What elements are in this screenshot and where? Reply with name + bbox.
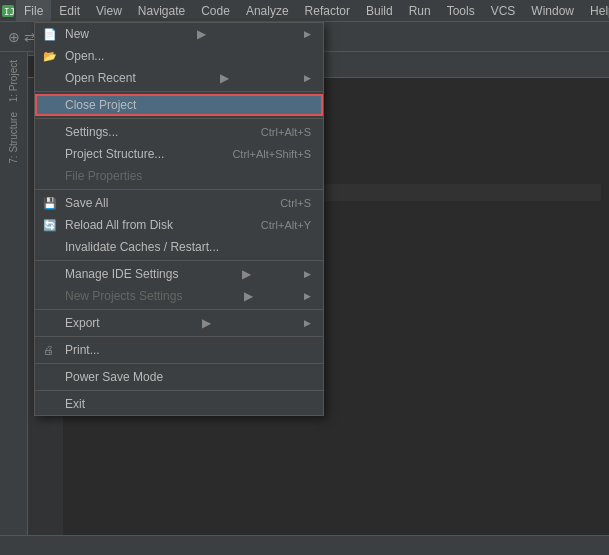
menu-item-file-properties-label: File Properties (65, 169, 142, 183)
menu-item-reload-label: Reload All from Disk (65, 218, 173, 232)
menu-view[interactable]: View (88, 0, 130, 21)
new-projects-arrow-icon: ▶ (244, 289, 253, 303)
menu-vcs[interactable]: VCS (483, 0, 524, 21)
toolbar-icon-1[interactable]: ⊕ (8, 29, 20, 45)
left-sidebar: 1: Project 7: Structure (0, 52, 28, 555)
file-dropdown-menu: 📄 New ▶ 📂 Open... Open Recent ▶ Close Pr… (34, 22, 324, 416)
menu-build[interactable]: Build (358, 0, 401, 21)
menu-item-power-save[interactable]: Power Save Mode (35, 366, 323, 388)
menu-item-project-structure-label: Project Structure... (65, 147, 164, 161)
reload-icon: 🔄 (43, 219, 57, 232)
separator-5 (35, 309, 323, 310)
menu-item-manage-ide-label: Manage IDE Settings (65, 267, 178, 281)
new-arrow-icon: ▶ (197, 27, 206, 41)
menu-item-print[interactable]: 🖨 Print... (35, 339, 323, 361)
open-icon: 📂 (43, 50, 57, 63)
menu-item-export[interactable]: Export ▶ (35, 312, 323, 334)
menu-run[interactable]: Run (401, 0, 439, 21)
menu-item-exit[interactable]: Exit (35, 393, 323, 415)
menu-tools[interactable]: Tools (439, 0, 483, 21)
menu-item-new-label: New (65, 27, 89, 41)
menu-item-power-save-label: Power Save Mode (65, 370, 163, 384)
menu-item-file-properties: File Properties (35, 165, 323, 187)
manage-ide-arrow-icon: ▶ (242, 267, 251, 281)
menu-item-close-project[interactable]: Close Project (35, 94, 323, 116)
menu-code[interactable]: Code (193, 0, 238, 21)
menu-item-export-label: Export (65, 316, 100, 330)
menu-item-manage-ide[interactable]: Manage IDE Settings ▶ (35, 263, 323, 285)
settings-shortcut: Ctrl+Alt+S (261, 126, 311, 138)
sidebar-item-structure[interactable]: 7: Structure (6, 108, 21, 168)
new-icon: 📄 (43, 28, 57, 41)
menu-item-invalidate-label: Invalidate Caches / Restart... (65, 240, 219, 254)
menu-item-save-all[interactable]: 💾 Save All Ctrl+S (35, 192, 323, 214)
menu-edit[interactable]: Edit (51, 0, 88, 21)
save-all-shortcut: Ctrl+S (280, 197, 311, 209)
reload-shortcut: Ctrl+Alt+Y (261, 219, 311, 231)
menu-file[interactable]: File (16, 0, 51, 21)
sidebar-item-project[interactable]: 1: Project (6, 56, 21, 106)
separator-8 (35, 390, 323, 391)
menu-item-exit-label: Exit (65, 397, 85, 411)
menu-item-reload[interactable]: 🔄 Reload All from Disk Ctrl+Alt+Y (35, 214, 323, 236)
separator-7 (35, 363, 323, 364)
status-bar (0, 535, 609, 555)
menu-item-print-label: Print... (65, 343, 100, 357)
separator-1 (35, 91, 323, 92)
menubar: IJ File Edit View Navigate Code Analyze … (0, 0, 609, 22)
separator-2 (35, 118, 323, 119)
menu-item-new-projects[interactable]: New Projects Settings ▶ (35, 285, 323, 307)
menu-item-open[interactable]: 📂 Open... (35, 45, 323, 67)
project-structure-shortcut: Ctrl+Alt+Shift+S (232, 148, 311, 160)
menu-item-close-project-label: Close Project (65, 98, 136, 112)
menu-item-open-recent[interactable]: Open Recent ▶ (35, 67, 323, 89)
menu-analyze[interactable]: Analyze (238, 0, 297, 21)
separator-4 (35, 260, 323, 261)
save-icon: 💾 (43, 197, 57, 210)
menu-item-open-recent-label: Open Recent (65, 71, 136, 85)
separator-3 (35, 189, 323, 190)
menu-help[interactable]: Help (582, 0, 609, 21)
menu-refactor[interactable]: Refactor (297, 0, 358, 21)
export-arrow-icon: ▶ (202, 316, 211, 330)
menu-navigate[interactable]: Navigate (130, 0, 193, 21)
menu-item-new-projects-label: New Projects Settings (65, 289, 182, 303)
menu-window[interactable]: Window (523, 0, 582, 21)
menu-item-new[interactable]: 📄 New ▶ (35, 23, 323, 45)
open-recent-arrow-icon: ▶ (220, 71, 229, 85)
menu-item-project-structure[interactable]: Project Structure... Ctrl+Alt+Shift+S (35, 143, 323, 165)
app-window: IJ File Edit View Navigate Code Analyze … (0, 0, 609, 555)
separator-6 (35, 336, 323, 337)
app-icon: IJ (0, 0, 16, 22)
menu-item-invalidate[interactable]: Invalidate Caches / Restart... (35, 236, 323, 258)
print-icon: 🖨 (43, 344, 54, 356)
menu-item-settings[interactable]: Settings... Ctrl+Alt+S (35, 121, 323, 143)
menu-item-save-all-label: Save All (65, 196, 108, 210)
menu-item-settings-label: Settings... (65, 125, 118, 139)
svg-text:IJ: IJ (4, 7, 15, 17)
menu-item-open-label: Open... (65, 49, 104, 63)
